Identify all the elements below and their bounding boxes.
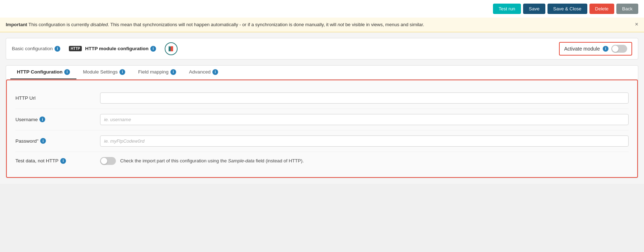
username-control (100, 114, 629, 125)
test-data-description: Check the import part of this configurat… (120, 158, 304, 163)
subtab-module-settings-label: Module Settings (83, 69, 118, 75)
subtab-module-settings[interactable]: Module Settings i (76, 66, 132, 79)
username-info-icon[interactable]: i (39, 117, 45, 122)
subtab-field-mapping[interactable]: Field mapping i (132, 66, 183, 79)
subtab-http-config-info-icon[interactable]: i (64, 69, 70, 75)
nav-tabs-row: Basic configuration i HTTP HTTP module c… (6, 38, 638, 60)
tab-basic-configuration-label: Basic configuration (12, 46, 53, 51)
password-input[interactable] (100, 135, 629, 147)
warning-text-main: This configuration is currently (27, 22, 90, 27)
back-button[interactable]: Back (616, 4, 638, 14)
form-panel: HTTP Url Username i (6, 80, 638, 178)
tab-http-module-configuration[interactable]: HTTP HTTP module configuration i (69, 44, 156, 53)
password-control (100, 135, 629, 147)
subtab-module-settings-info-icon[interactable]: i (119, 69, 125, 75)
test-data-label-text: Test data, not HTTP (15, 158, 58, 163)
warning-text: Important This configuration is currentl… (6, 21, 424, 28)
test-data-italic-text: Sample-data (228, 158, 255, 163)
test-data-info-icon[interactable]: i (60, 158, 66, 164)
warning-close-button[interactable]: × (635, 21, 638, 28)
test-data-label: Test data, not HTTP i (15, 158, 94, 164)
http-url-label: HTTP Url (15, 95, 94, 101)
http-module-info-icon[interactable]: i (150, 46, 156, 52)
activate-module-label: Activate module (564, 46, 600, 52)
username-label-text: Username (15, 117, 38, 122)
http-url-control (100, 92, 629, 104)
test-run-button[interactable]: Test run (493, 4, 521, 14)
warning-italic: disabled (90, 22, 108, 27)
http-url-label-text: HTTP Url (15, 95, 36, 101)
activate-module-section: Activate module i (559, 42, 632, 56)
warning-bold: Important (6, 22, 27, 27)
form-row-username: Username i (15, 109, 629, 130)
warning-banner: Important This configuration is currentl… (0, 18, 644, 32)
test-data-desc-text: Check the import part of this configurat… (120, 158, 228, 163)
test-data-toggle[interactable] (100, 157, 116, 165)
tab-http-module-label: HTTP module configuration (85, 46, 149, 51)
toggle-thumb (612, 46, 619, 52)
activate-module-info-icon[interactable]: i (603, 46, 608, 52)
form-row-password: Password" i (15, 130, 629, 152)
subtab-field-mapping-label: Field mapping (138, 69, 169, 75)
save-button[interactable]: Save (523, 4, 545, 14)
main-content: Basic configuration i HTTP HTTP module c… (0, 32, 644, 184)
password-label-text: Password" (15, 138, 38, 144)
http-url-input[interactable] (100, 92, 629, 104)
username-input[interactable] (100, 114, 629, 125)
tab-basic-configuration[interactable]: Basic configuration i (12, 44, 60, 53)
test-data-end-text: field (instead of HTTP). (254, 158, 304, 163)
subtab-advanced-info-icon[interactable]: i (212, 69, 218, 75)
book-icon (168, 45, 175, 52)
activate-module-toggle[interactable] (611, 45, 627, 53)
page-wrapper: Test run Save Save & Close Delete Back I… (0, 0, 644, 252)
username-label: Username i (15, 117, 94, 122)
subtab-advanced-label: Advanced (189, 69, 211, 75)
subtab-http-configuration[interactable]: HTTP Configuration i (10, 66, 76, 79)
subtab-advanced[interactable]: Advanced i (183, 66, 225, 79)
test-data-control: Check the import part of this configurat… (100, 157, 629, 165)
form-row-http-url: HTTP Url (15, 87, 629, 109)
save-close-button[interactable]: Save & Close (547, 4, 587, 14)
test-data-toggle-thumb (101, 158, 107, 164)
book-icon-button[interactable] (165, 42, 178, 55)
warning-text-rest: . This mean that synchronizations will n… (108, 22, 337, 27)
subtab-field-mapping-info-icon[interactable]: i (170, 69, 176, 75)
http-badge: HTTP (69, 46, 82, 51)
warning-italic2: not (338, 22, 344, 27)
toolbar: Test run Save Save & Close Delete Back (0, 0, 644, 18)
password-label: Password" i (15, 138, 94, 144)
delete-button[interactable]: Delete (589, 4, 615, 14)
form-row-test-data: Test data, not HTTP i Check the import p… (15, 152, 629, 170)
sub-tabs-bar: HTTP Configuration i Module Settings i F… (6, 66, 638, 80)
warning-text-end: be visible in views, menus and similar. (344, 22, 424, 27)
nav-tabs-left: Basic configuration i HTTP HTTP module c… (12, 42, 178, 55)
tab-content-area: HTTP Configuration i Module Settings i F… (6, 65, 638, 178)
basic-config-info-icon[interactable]: i (55, 46, 60, 52)
password-info-icon[interactable]: i (40, 138, 46, 144)
subtab-http-configuration-label: HTTP Configuration (17, 69, 62, 75)
